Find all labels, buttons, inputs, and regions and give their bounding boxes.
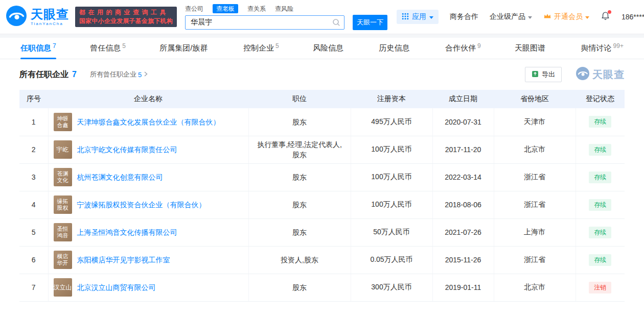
grid-icon [402, 13, 409, 21]
export-label: 导出 [542, 70, 555, 79]
company-logo: 宇屹 [54, 140, 72, 159]
slogan-line2: 国家中小企业发展子基金旗下机构 [79, 17, 173, 26]
logo-text: 天眼查 [31, 8, 69, 20]
company-logo: 苍渊 文化 [54, 168, 72, 186]
tab-group-cluster[interactable]: 所属集团/族群 [159, 38, 209, 59]
slogan-line1: 都在用的商业查询工具 [79, 8, 173, 17]
apps-label: 应用 [412, 12, 426, 21]
company-link[interactable]: 杭州苍渊文化创意有限公司 [77, 173, 163, 182]
tab-controlled-companies[interactable]: 控制企业 5 [243, 38, 279, 59]
status-badge: 存续 [589, 172, 611, 183]
row-index: 6 [19, 246, 48, 274]
row-index: 2 [19, 136, 48, 163]
notification-dot [608, 10, 611, 14]
former-positions-label: 所有曾任职企业 [90, 70, 136, 79]
tab-label: 所属集团/族群 [159, 43, 208, 53]
business-cooperation-link[interactable]: 商务合作 [450, 12, 478, 21]
status-badge: 注销 [589, 282, 611, 293]
search-tab-risk[interactable]: 查风险 [275, 4, 293, 13]
row-index: 1 [19, 108, 48, 136]
tianyancha-logo[interactable]: 天眼查 TianYanCha [6, 6, 69, 28]
col-header-status: 登记状态 [576, 90, 625, 108]
account-phone[interactable]: 186**** [622, 13, 644, 21]
search-tab-boss[interactable]: 查老板 [213, 4, 238, 13]
search-input[interactable] [185, 15, 344, 30]
company-logo: 圣恒 鸿音 [54, 223, 72, 241]
position-cell: 股东 [248, 191, 351, 218]
capital-cell: 100万人民币 [351, 163, 432, 191]
detail-nav: 任职信息 7 曾任信息 5 所属集团/族群 控制企业 5 风险信息 历史信息 合… [0, 38, 644, 59]
tab-label: 合作伙伴 [445, 43, 476, 53]
crown-icon [543, 13, 551, 21]
former-positions-count: 5 [138, 71, 142, 79]
col-header-company: 企业名称 [48, 90, 248, 108]
col-header-province: 省份地区 [494, 90, 576, 108]
enterprise-products-link[interactable]: 企业级产品 [490, 12, 532, 21]
date-cell: 2015-11-26 [432, 246, 494, 274]
chevron-down-icon [528, 16, 532, 19]
export-icon [532, 70, 539, 79]
capital-cell: 100万人民币 [351, 191, 432, 218]
capital-cell: 0.05万人民币 [351, 246, 432, 274]
search-icon[interactable] [332, 18, 340, 29]
top-header: 天眼查 TianYanCha 都在用的商业查询工具 国家中小企业发展子基金旗下机… [0, 0, 644, 34]
col-header-index: 序号 [19, 90, 48, 108]
company-link[interactable]: 北京宇屹文化传媒有限责任公司 [77, 145, 177, 154]
province-cell: 北京市 [494, 274, 576, 301]
company-link[interactable]: 东阳横店华开见宇影视工作室 [77, 255, 170, 264]
status-badge: 存续 [589, 199, 611, 211]
date-cell: 2021-07-26 [432, 218, 494, 246]
tab-risk-info[interactable]: 风险信息 [313, 38, 345, 59]
notifications-bell[interactable] [601, 11, 610, 22]
province-cell: 浙江省 [494, 163, 576, 191]
province-cell: 浙江省 [494, 246, 576, 274]
tab-tianyan-graph[interactable]: 天眼图谱 [515, 38, 547, 59]
tab-public-sentiment[interactable]: 舆情讨论 99+ [581, 38, 624, 59]
former-positions-link[interactable]: 所有曾任职企业 5 [90, 70, 148, 79]
tab-count: 5 [122, 42, 126, 50]
position-cell: 股东 [248, 108, 351, 136]
tab-partners[interactable]: 合作伙伴 9 [445, 38, 481, 59]
capital-cell: 50万人民币 [351, 218, 432, 246]
company-link[interactable]: 宁波缘拓股权投资合伙企业（有限合伙） [77, 200, 206, 209]
col-header-date: 成立日期 [432, 90, 494, 108]
vip-upgrade-link[interactable]: 开通会员 [543, 12, 589, 21]
tab-count: 9 [477, 42, 481, 50]
tab-label: 风险信息 [313, 43, 343, 53]
tab-current-positions[interactable]: 任职信息 7 [20, 38, 56, 59]
company-link[interactable]: 北京汉立山商贸有限公司 [77, 283, 156, 292]
tianyancha-watermark: 天眼查 [576, 67, 625, 82]
search-tab-relation[interactable]: 查关系 [247, 4, 266, 13]
row-index: 3 [19, 163, 48, 191]
search-button[interactable]: 天眼一下 [353, 15, 387, 30]
vip-label: 开通会员 [554, 12, 583, 21]
apps-button[interactable]: 应用 [397, 10, 439, 24]
tab-count: 99+ [613, 42, 624, 50]
search-tab-company[interactable]: 查公司 [185, 4, 203, 13]
table-row: 4 缘拓 股权 宁波缘拓股权投资合伙企业（有限合伙） 股东 100万人民币 20… [19, 191, 625, 218]
business-cooperation-label: 商务合作 [450, 12, 478, 21]
tab-count: 5 [275, 42, 279, 50]
position-cell: 股东 [248, 274, 351, 301]
company-link[interactable]: 天津坤塬合鑫文化发展合伙企业（有限合伙） [77, 117, 220, 127]
table-row: 6 横店 华开 东阳横店华开见宇影视工作室 投资人,股东 0.05万人民币 20… [19, 246, 625, 274]
tab-label: 历史信息 [379, 43, 410, 53]
position-cell: 执行董事,经理,法定代表人,股东 [248, 136, 351, 163]
table-header-row: 序号 企业名称 职位 注册资本 成立日期 省份地区 登记状态 [19, 90, 625, 108]
company-logo: 汉立山 [54, 278, 72, 297]
section-count: 7 [72, 70, 77, 79]
company-logo: 横店 华开 [54, 251, 72, 269]
status-badge: 存续 [589, 254, 611, 266]
status-badge: 存续 [589, 144, 611, 156]
position-cell: 股东 [248, 218, 351, 246]
tianyancha-eye-icon [576, 67, 589, 82]
section-title: 所有任职企业 [19, 69, 68, 80]
tab-former-positions[interactable]: 曾任信息 5 [90, 38, 126, 59]
status-badge: 存续 [589, 227, 611, 238]
search-tabs: 查公司 查老板 查关系 查风险 [185, 4, 387, 13]
date-cell: 2020-07-31 [432, 108, 494, 136]
col-header-capital: 注册资本 [351, 90, 432, 108]
export-button[interactable]: 导出 [525, 67, 562, 82]
company-link[interactable]: 上海圣恒鸿音文化传播有限公司 [77, 228, 177, 237]
tab-history-info[interactable]: 历史信息 [379, 38, 411, 59]
